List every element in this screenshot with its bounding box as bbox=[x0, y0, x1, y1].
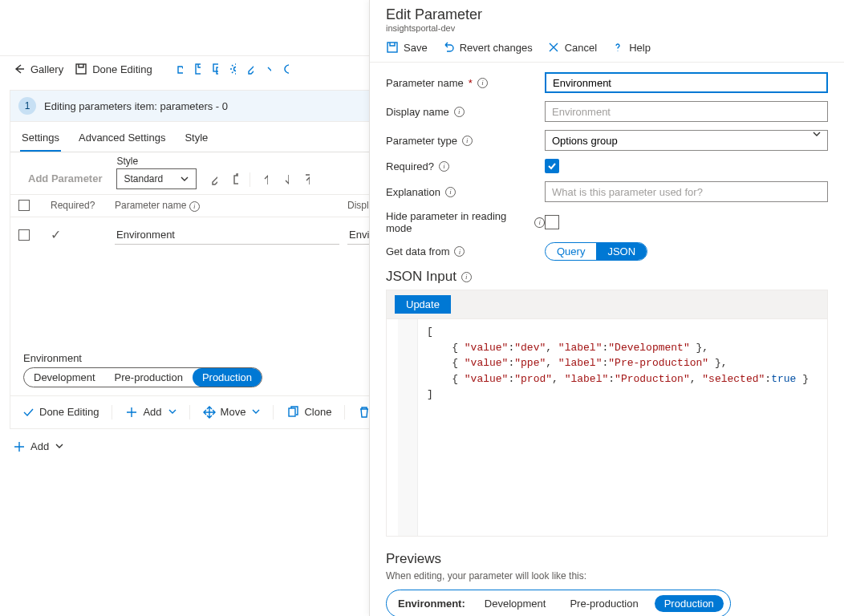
move-icon bbox=[203, 406, 216, 419]
required-check-icon: ✓ bbox=[51, 227, 107, 242]
parameter-name-input[interactable] bbox=[545, 72, 828, 93]
options-group[interactable]: Development Pre-production Production bbox=[23, 367, 262, 387]
style-label: Style bbox=[116, 156, 197, 167]
save-button[interactable]: Save bbox=[386, 41, 428, 54]
clone-button[interactable]: Clone bbox=[280, 403, 338, 422]
revert-button[interactable]: Revert changes bbox=[442, 41, 533, 54]
add-button[interactable]: Add bbox=[119, 403, 182, 422]
option-query[interactable]: Query bbox=[546, 243, 596, 260]
add-parameter-button[interactable]: Add Parameter bbox=[20, 168, 110, 189]
arrow-up-icon[interactable] bbox=[258, 173, 271, 186]
done-editing-button[interactable]: Done Editing bbox=[15, 403, 105, 422]
copy-icon bbox=[286, 406, 299, 419]
chevron-down-icon bbox=[250, 406, 260, 419]
help-button[interactable]: Help bbox=[611, 41, 651, 54]
info-icon[interactable]: i bbox=[439, 161, 449, 172]
param-name-input[interactable] bbox=[115, 225, 339, 245]
previews-section: Previews When editing, your parameter wi… bbox=[386, 551, 828, 616]
preview-control: Environment: Development Pre-production … bbox=[386, 590, 731, 616]
chevron-down-icon[interactable] bbox=[262, 63, 274, 75]
close-icon bbox=[547, 41, 560, 54]
done-editing-link[interactable]: Done Editing bbox=[71, 61, 155, 77]
svg-rect-6 bbox=[289, 408, 295, 416]
info-icon[interactable]: i bbox=[461, 272, 472, 282]
chevron-down-icon bbox=[167, 406, 177, 419]
move-button[interactable]: Move bbox=[197, 403, 267, 422]
row-checkbox[interactable] bbox=[18, 229, 30, 241]
section-title: Editing parameters item: parameters - 0 bbox=[44, 100, 228, 112]
preview-label: Environment: bbox=[398, 598, 465, 610]
copy-icon[interactable] bbox=[229, 173, 241, 186]
previews-heading: Previews bbox=[386, 551, 828, 567]
gallery-link[interactable]: Gallery bbox=[10, 61, 67, 77]
edit-parameter-panel: Edit Parameter insightsportal-dev Save R… bbox=[369, 0, 844, 616]
svg-point-4 bbox=[233, 67, 236, 71]
info-icon[interactable]: i bbox=[454, 107, 465, 117]
open-icon[interactable] bbox=[173, 63, 186, 75]
style-select[interactable]: Standard bbox=[116, 168, 197, 189]
help-icon bbox=[611, 41, 624, 54]
move-top-icon[interactable] bbox=[300, 173, 313, 186]
info-icon[interactable]: i bbox=[477, 78, 488, 88]
tab-settings[interactable]: Settings bbox=[20, 127, 61, 152]
option-production[interactable]: Production bbox=[655, 595, 724, 612]
required-checkbox[interactable] bbox=[545, 159, 559, 173]
json-input-heading: JSON Input i bbox=[386, 269, 828, 285]
chevron-down-icon bbox=[54, 440, 63, 453]
parameter-type-select[interactable] bbox=[545, 130, 828, 151]
edit-icon[interactable] bbox=[244, 63, 257, 75]
info-icon[interactable]: i bbox=[462, 136, 473, 146]
arrow-down-icon[interactable] bbox=[279, 173, 292, 186]
refresh-icon[interactable] bbox=[279, 63, 292, 75]
option-development[interactable]: Development bbox=[24, 368, 105, 387]
edit-icon[interactable] bbox=[208, 173, 221, 186]
display-name-input[interactable] bbox=[545, 101, 828, 122]
svg-rect-3 bbox=[217, 67, 218, 74]
plus-icon bbox=[125, 406, 138, 419]
option-preproduction[interactable]: Pre-production bbox=[105, 368, 193, 387]
panel-title: Edit Parameter bbox=[386, 6, 828, 23]
save-icon bbox=[75, 63, 87, 75]
info-icon[interactable]: i bbox=[445, 187, 456, 197]
settings-icon[interactable] bbox=[226, 63, 239, 75]
option-preproduction[interactable]: Pre-production bbox=[562, 595, 646, 612]
info-icon[interactable]: i bbox=[454, 246, 465, 257]
option-json[interactable]: JSON bbox=[596, 243, 647, 260]
save-icon bbox=[386, 41, 399, 54]
check-icon bbox=[22, 406, 34, 419]
svg-rect-0 bbox=[76, 64, 86, 74]
json-editor[interactable]: [ { "value":"dev", "label":"Development"… bbox=[387, 319, 827, 536]
option-production[interactable]: Production bbox=[193, 368, 262, 387]
save-icon-2[interactable] bbox=[191, 63, 204, 75]
step-badge: 1 bbox=[18, 97, 36, 115]
chevron-down-icon bbox=[178, 172, 191, 185]
get-data-segmented[interactable]: Query JSON bbox=[545, 242, 647, 261]
update-button[interactable]: Update bbox=[395, 295, 451, 314]
panel-commands: Save Revert changes Cancel Help bbox=[370, 36, 844, 63]
previews-hint: When editing, your parameter will look l… bbox=[386, 570, 828, 582]
panel-subtitle: insightsportal-dev bbox=[386, 23, 828, 33]
tab-advanced[interactable]: Advanced Settings bbox=[77, 127, 167, 152]
chevron-down-icon bbox=[810, 128, 823, 140]
plus-icon bbox=[13, 440, 26, 453]
arrow-left-icon bbox=[13, 63, 26, 75]
select-all-checkbox[interactable] bbox=[18, 200, 30, 211]
info-icon[interactable]: i bbox=[189, 201, 200, 212]
hide-checkbox[interactable] bbox=[545, 215, 559, 229]
svg-rect-5 bbox=[234, 176, 238, 184]
option-development[interactable]: Development bbox=[477, 595, 554, 612]
svg-rect-7 bbox=[388, 43, 397, 52]
save-as-icon[interactable] bbox=[209, 63, 221, 75]
tab-style[interactable]: Style bbox=[183, 127, 209, 152]
info-icon[interactable]: i bbox=[534, 217, 545, 228]
undo-icon bbox=[442, 41, 455, 54]
cancel-button[interactable]: Cancel bbox=[547, 41, 597, 54]
explanation-input[interactable] bbox=[545, 181, 828, 202]
